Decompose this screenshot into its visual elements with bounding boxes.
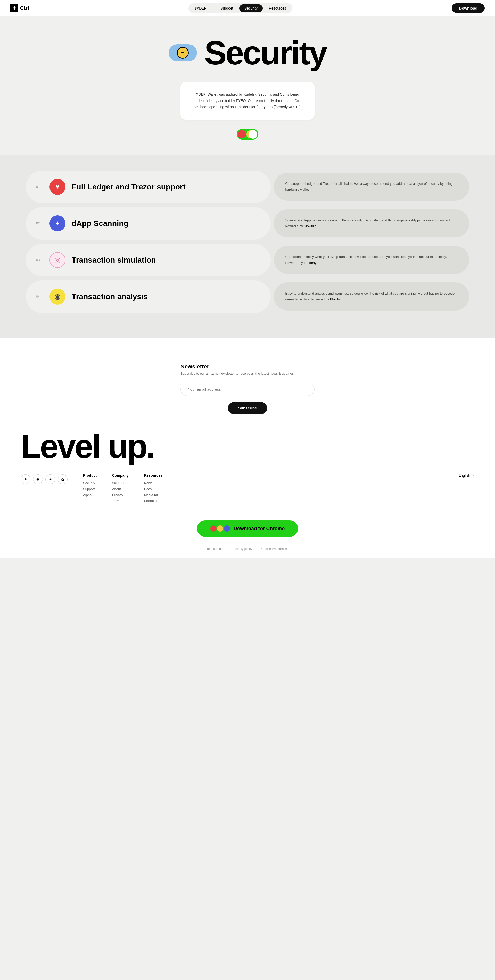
footer-download-chrome-button[interactable]: Download for Chrome xyxy=(197,520,298,537)
feature-row-4: 04 ◉ Transaction analysis Easy to unders… xyxy=(26,280,469,313)
footer-cookie-link[interactable]: Cookie Preferences xyxy=(261,547,288,551)
footer-ball-yellow xyxy=(217,525,223,531)
hero-toggle[interactable] xyxy=(237,129,258,140)
footer-legal-sep-2: · xyxy=(256,547,257,551)
footer-top: 𝕏 ◉ ✈ ◕ Product Security Support Alpha C… xyxy=(21,473,474,515)
feature-right-1: Ctrl supports Ledger and Trezor for all … xyxy=(274,173,469,200)
newsletter-title: Newsletter xyxy=(180,363,315,370)
social-other-icon[interactable]: ◕ xyxy=(58,474,68,484)
footer-link-xdefi[interactable]: $XDEFI xyxy=(112,481,129,485)
footer-col-company-heading: Company xyxy=(112,473,129,477)
nav-link-resources[interactable]: Resources xyxy=(264,5,291,12)
footer-link-support[interactable]: Support xyxy=(83,487,97,491)
footer-ball-blue xyxy=(224,525,230,531)
feature-desc-1: Ctrl supports Ledger and Trezor for all … xyxy=(285,181,458,192)
social-telegram-icon[interactable]: ✈ xyxy=(45,474,55,484)
footer-download-center: Download for Chrome xyxy=(21,515,474,547)
footer-terms-link[interactable]: Terms of use xyxy=(207,547,224,551)
feature-number-3: 03 xyxy=(36,258,43,262)
feature-left-3: 03 ◎ Transaction simulation xyxy=(26,244,271,276)
footer-ball-red xyxy=(210,525,216,531)
levelup-section: Level up. xyxy=(0,414,495,468)
nav-link-xdefi[interactable]: $XDEFI xyxy=(189,5,212,12)
footer-download-label: Download for Chrome xyxy=(234,526,285,531)
feature-right-4: Easy to understand analysis and warnings… xyxy=(274,282,469,310)
feature-title-4: Transaction analysis xyxy=(72,292,148,301)
features-section: 01 ♥ Full Ledger and Trezor support Ctrl… xyxy=(0,155,495,337)
footer-col-resources-heading: Resources xyxy=(144,473,163,477)
hero-toggle-ball-red xyxy=(238,130,246,138)
newsletter-inner: Newsletter Subscribe to our amazing news… xyxy=(180,363,315,414)
levelup-title: Level up. xyxy=(21,430,474,463)
hero-section: + Security XDEFI Wallet was audited by K… xyxy=(0,0,495,155)
footer-link-security[interactable]: Security xyxy=(83,481,97,485)
hero-card: XDEFI Wallet was audited by Kudelski Sec… xyxy=(180,82,315,119)
navbar: ✛ Ctrl $XDEFI | Support Security Resourc… xyxy=(0,0,495,16)
footer-legal: Terms of use · Privacy policy · Cookie P… xyxy=(21,547,474,558)
footer-language-label: English xyxy=(458,473,470,477)
footer-col-product: Product Security Support Alpha xyxy=(83,473,97,505)
feature-right-2: Scan every dApp before you connect. Be s… xyxy=(274,209,469,237)
footer-link-news[interactable]: News xyxy=(144,481,163,485)
nav-link-support[interactable]: Support xyxy=(215,5,238,12)
feature-left-2: 02 ✦ dApp Scanning xyxy=(26,207,271,240)
chevron-down-icon: ▼ xyxy=(472,474,474,477)
hero-title: Security xyxy=(204,36,326,70)
footer-link-mediakit[interactable]: Media Kit xyxy=(144,493,163,497)
feature-number-4: 04 xyxy=(36,294,43,298)
footer-col-resources: Resources News Docs Media Kit Shortcuts xyxy=(144,473,163,505)
social-circle-icon[interactable]: ◉ xyxy=(33,474,43,484)
newsletter-input-wrap xyxy=(180,383,315,396)
newsletter-email-input[interactable] xyxy=(188,387,307,391)
hero-icon-cross: + xyxy=(181,49,185,56)
hero-title-row: + Security xyxy=(169,36,326,70)
feature-left-1: 01 ♥ Full Ledger and Trezor support xyxy=(26,170,271,203)
footer-language-selector[interactable]: English ▼ xyxy=(458,473,474,477)
footer-link-terms[interactable]: Terms xyxy=(112,499,129,503)
footer-download-balls xyxy=(210,525,230,531)
feature-icon-3: ◎ xyxy=(49,252,65,268)
feature-title-2: dApp Scanning xyxy=(72,219,128,228)
social-x-icon[interactable]: 𝕏 xyxy=(21,474,30,484)
newsletter-section: Newsletter Subscribe to our amazing news… xyxy=(0,337,495,414)
feature-row-2: 02 ✦ dApp Scanning Scan every dApp befor… xyxy=(26,207,469,240)
footer-col-company: Company $XDEFI About Privacy Terms xyxy=(112,473,129,505)
nav-links-group: $XDEFI | Support Security Resources xyxy=(188,3,292,13)
feature-icon-4: ◉ xyxy=(49,289,65,305)
footer-columns: Product Security Support Alpha Company $… xyxy=(83,473,443,505)
nav-logo-text: Ctrl xyxy=(20,5,29,11)
footer-social: 𝕏 ◉ ✈ ◕ xyxy=(21,473,68,484)
hero-icon-blob: + xyxy=(169,45,197,61)
feature-row-1: 01 ♥ Full Ledger and Trezor support Ctrl… xyxy=(26,170,469,203)
hero-icon-inner: + xyxy=(177,47,189,59)
nav-download-button[interactable]: Download xyxy=(452,3,485,13)
newsletter-subscribe-button[interactable]: Subscribe xyxy=(228,402,267,414)
footer-link-privacy[interactable]: Privacy xyxy=(112,493,129,497)
feature-number-1: 01 xyxy=(36,185,43,189)
feature-icon-1: ♥ xyxy=(49,179,65,195)
feature-right-3: Understand exactly what your dApp transa… xyxy=(274,246,469,274)
feature-icon-2: ✦ xyxy=(49,215,65,231)
feature-left-4: 04 ◉ Transaction analysis xyxy=(26,280,271,313)
footer-link-about[interactable]: About xyxy=(112,487,129,491)
feature-number-2: 02 xyxy=(36,221,43,225)
nav-link-security[interactable]: Security xyxy=(239,5,263,12)
footer-privacy-link[interactable]: Privacy policy xyxy=(233,547,252,551)
footer-legal-sep-1: · xyxy=(228,547,229,551)
newsletter-subtitle: Subscribe to our amazing newsletter to r… xyxy=(180,372,315,375)
footer-link-docs[interactable]: Docs xyxy=(144,487,163,491)
footer: 𝕏 ◉ ✈ ◕ Product Security Support Alpha C… xyxy=(0,468,495,558)
nav-logo[interactable]: ✛ Ctrl xyxy=(10,5,29,12)
feature-desc-3: Understand exactly what your dApp transa… xyxy=(285,254,458,266)
feature-desc-4: Easy to understand analysis and warnings… xyxy=(285,291,458,302)
hero-toggle-knob xyxy=(248,130,257,138)
nav-logo-icon: ✛ xyxy=(10,5,18,12)
hero-card-text: XDEFI Wallet was audited by Kudelski Sec… xyxy=(193,91,302,110)
feature-desc-2: Scan every dApp before you connect. Be s… xyxy=(285,218,458,229)
feature-title-3: Transaction simulation xyxy=(72,255,156,265)
feature-row-3: 03 ◎ Transaction simulation Understand e… xyxy=(26,244,469,276)
nav-separator: | xyxy=(213,6,214,10)
footer-link-alpha[interactable]: Alpha xyxy=(83,493,97,497)
feature-title-1: Full Ledger and Trezor support xyxy=(72,182,186,191)
footer-link-shortcuts[interactable]: Shortcuts xyxy=(144,499,163,503)
